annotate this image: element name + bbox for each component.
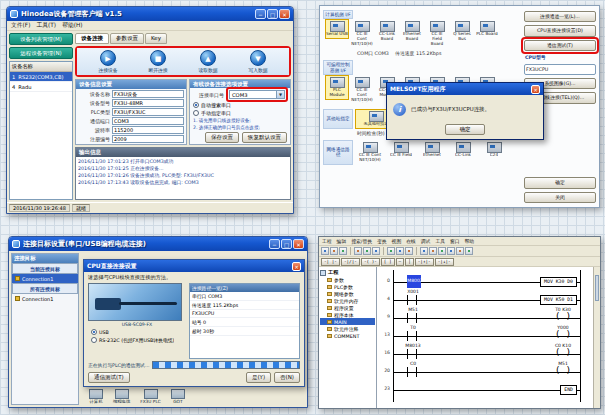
ladder-symbol-button[interactable]: -|↓|- — [435, 258, 454, 266]
interface-icon-option[interactable]: CC IE Cont NET/10(H) Board — [350, 19, 374, 49]
popup-ok-button[interactable]: 确定 — [445, 124, 485, 135]
redo-icon[interactable] — [396, 247, 404, 255]
connect-action-button[interactable]: ▶连接设备 — [98, 50, 117, 73]
project-tree-item[interactable]: 参数 — [320, 276, 375, 283]
ladder-symbol-button[interactable]: │ — [405, 258, 414, 266]
route-list-item[interactable]: 站号 0 — [190, 318, 299, 327]
cable-radio-option[interactable]: USB — [88, 328, 186, 336]
ladder-rung[interactable]: 4X001MOV K50 D1 — [377, 289, 593, 307]
ladder-canvas[interactable]: 0M8002MOV K30 D04X001MOV K50 D19M51T0 K3… — [377, 267, 593, 408]
open-project-icon[interactable] — [330, 247, 338, 255]
radio-option[interactable]: 手动指定串口 — [190, 109, 290, 117]
help-icon[interactable] — [465, 247, 473, 255]
contact[interactable]: M8013 — [407, 349, 417, 359]
project-tree-item[interactable]: COMMENT — [320, 332, 375, 339]
copy-icon[interactable] — [363, 247, 371, 255]
yes-button[interactable]: 是(Y) — [246, 372, 271, 383]
project-tree-item[interactable]: 网络参数 — [320, 290, 375, 297]
menu-item[interactable]: 窗口 — [450, 238, 460, 244]
field-value[interactable]: FX3U/FX3UC — [112, 108, 184, 116]
interface-icon-option[interactable]: Q Series Bus — [450, 19, 474, 44]
side-button[interactable]: 连接通道一览(L)... — [524, 11, 596, 22]
network-icon-option[interactable]: C24 — [479, 140, 509, 160]
side-button[interactable]: 确定 — [524, 177, 596, 188]
close-icon[interactable]: ✕ — [531, 85, 540, 94]
ladder-rung[interactable]: 20C0M51 — [377, 361, 593, 379]
pc-write-icon[interactable] — [420, 247, 428, 255]
network-icon-option[interactable]: CC IE Cont NET/10(H) — [355, 140, 385, 165]
scrollbar-thumb[interactable] — [595, 275, 599, 301]
chevron-down-icon[interactable]: ▼ — [276, 91, 284, 98]
network-icon-option[interactable]: CC-Link — [448, 140, 478, 160]
interface-icon-option[interactable]: PLC Board — [475, 19, 499, 39]
interface-icon-option[interactable]: Serial USB — [325, 19, 349, 39]
side-button[interactable]: CPU型号 — [524, 54, 596, 60]
device-list-item[interactable]: 1RS232(COM3,CB) — [10, 72, 72, 82]
contact[interactable]: X001 — [407, 295, 417, 305]
radio-option[interactable]: 自动搜索串口 — [190, 101, 290, 109]
monitor-start-icon[interactable] — [438, 247, 446, 255]
wizard-titlebar[interactable]: 连接目标设置(串口/USB编程电缆连接) ─□✕ — [9, 237, 307, 251]
project-tree-item[interactable]: MAIN — [320, 318, 375, 325]
ladder-symbol-button[interactable]: [ ] — [381, 258, 395, 266]
project-tree-item[interactable]: 程序设置 — [320, 304, 375, 311]
ladder-rung[interactable]: 23END — [377, 379, 593, 397]
connection-target-item[interactable]: Connection1 — [12, 294, 78, 303]
window-button[interactable]: ─ — [255, 9, 266, 19]
ladder-symbol-button[interactable]: -|↑|- — [415, 258, 434, 266]
monitor-stop-icon[interactable] — [447, 247, 455, 255]
route-list-item[interactable]: 串行口 COM3 — [190, 292, 299, 301]
save-project-icon[interactable] — [339, 247, 347, 255]
ladder-rung[interactable]: 9M51T0 K30 — [377, 307, 593, 325]
connect-action-button[interactable]: ▼写入数据 — [248, 50, 267, 73]
interface-icon-option[interactable]: PLC Module — [325, 75, 349, 100]
instruction-box[interactable]: MOV K30 D0 — [540, 277, 577, 287]
output-log[interactable]: 2016/11/30 17:01:23 打开串口COM3成功2016/11/30… — [76, 157, 290, 199]
connection-target-item[interactable]: 当前连接目标 — [12, 263, 78, 274]
coil[interactable]: C0 K10 — [557, 349, 569, 359]
contact[interactable]: T0 — [407, 331, 417, 341]
window-button[interactable]: ─ — [269, 239, 280, 249]
menu-item[interactable]: 搜索/替换 — [351, 238, 372, 244]
interface-icon-option[interactable]: Ethernet Board — [400, 19, 424, 44]
menu-item[interactable]: 帮助(H) — [62, 21, 82, 30]
coil[interactable]: Y000 — [557, 331, 569, 341]
connect-action-button[interactable]: ▲读取数据 — [198, 50, 217, 73]
ladder-rung[interactable]: 0M8002MOV K30 D0 — [377, 271, 593, 289]
coil[interactable]: T0 K30 — [557, 313, 569, 323]
field-value[interactable]: FX3U设备 — [112, 90, 184, 98]
ladder-symbol-button[interactable]: -| |- — [321, 258, 340, 266]
menu-item[interactable]: 文件(F) — [11, 21, 30, 30]
find-icon[interactable] — [405, 247, 413, 255]
project-tree-item[interactable]: 软元件内存 — [320, 297, 375, 304]
instruction-box[interactable]: END — [560, 385, 577, 395]
undo-icon[interactable] — [387, 247, 395, 255]
field-value[interactable]: 2009 — [112, 135, 184, 143]
route-list-item[interactable]: 超时 30秒 — [190, 327, 299, 336]
cut-icon[interactable] — [354, 247, 362, 255]
menu-item[interactable]: 工程 — [322, 238, 332, 244]
window-button[interactable]: □ — [267, 9, 278, 19]
field-value[interactable]: 115200 — [112, 126, 184, 134]
new-project-icon[interactable] — [321, 247, 329, 255]
tab[interactable]: Key — [145, 33, 167, 44]
network-icon-option[interactable]: CC IE Field — [386, 140, 416, 160]
side-button[interactable]: FX3UCPU — [524, 64, 596, 75]
tab[interactable]: 设备连接 — [75, 33, 109, 44]
project-tree-item[interactable]: 软元件注释 — [320, 325, 375, 332]
pc-read-icon[interactable] — [429, 247, 437, 255]
menu-item[interactable]: 工具 — [435, 238, 445, 244]
instruction-box[interactable]: MOV K50 D1 — [540, 295, 577, 305]
paste-icon[interactable] — [372, 247, 380, 255]
menu-item[interactable]: 视图 — [392, 238, 402, 244]
field-value[interactable]: COM3 — [112, 117, 184, 125]
vertical-scrollbar[interactable] — [593, 267, 600, 408]
dialog-titlebar[interactable]: CPU直接连接设置 ✕ — [84, 260, 304, 272]
window-button[interactable]: ✕ — [293, 239, 304, 249]
menu-item[interactable]: 变换 — [377, 238, 387, 244]
network-icon-option[interactable]: Ethernet — [417, 140, 447, 160]
contact[interactable]: M51 — [407, 313, 417, 323]
interface-icon-option[interactable]: CC-Link Board — [375, 19, 399, 44]
device-list-item[interactable]: 4Radu — [10, 82, 72, 92]
communication-test-button[interactable]: 通信测试(T) — [88, 372, 130, 383]
